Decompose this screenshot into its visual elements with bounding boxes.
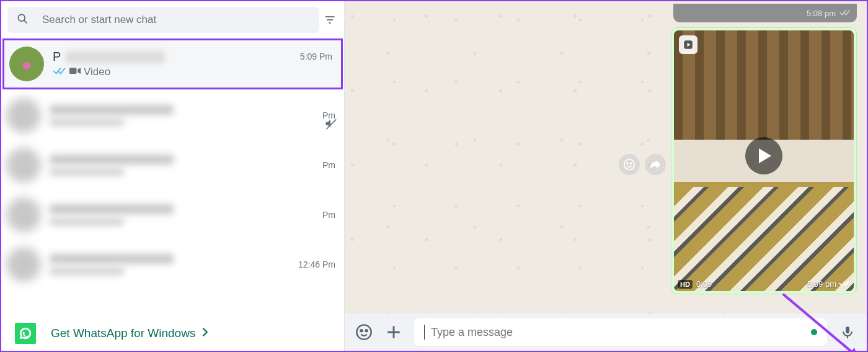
windows-banner-label: Get WhatsApp for Windows bbox=[51, 327, 195, 340]
compose-bar bbox=[345, 314, 867, 351]
chat-info bbox=[50, 105, 314, 126]
chat-info bbox=[50, 155, 314, 176]
double-check-icon bbox=[839, 279, 850, 289]
search-icon bbox=[16, 12, 29, 27]
chat-info bbox=[50, 254, 290, 275]
selected-chat-highlight: P 5:09 Pm Video bbox=[2, 38, 343, 89]
svg-point-12 bbox=[631, 163, 632, 164]
attach-plus-icon[interactable] bbox=[384, 323, 403, 341]
videocam-icon bbox=[69, 66, 81, 79]
svg-point-13 bbox=[356, 325, 371, 339]
chat-time: 12:46 Pm bbox=[298, 259, 335, 269]
chat-preview-label: Video bbox=[84, 66, 110, 78]
message-time: 5:08 pm bbox=[807, 9, 836, 18]
search-row bbox=[7, 7, 338, 33]
chat-row[interactable]: Pm bbox=[1, 190, 344, 240]
double-check-icon bbox=[839, 7, 851, 19]
conversation-panel: 5:08 pm HD 0:09 5:09 bbox=[345, 1, 867, 351]
chat-name-prefix: P bbox=[53, 50, 61, 63]
message-bubble-previous[interactable]: 5:08 pm bbox=[673, 4, 857, 22]
chat-time: Pm bbox=[322, 160, 335, 170]
chat-row[interactable]: 12:46 Pm bbox=[1, 240, 344, 289]
video-thumbnail[interactable]: HD 0:09 5:09 pm bbox=[674, 30, 854, 291]
chat-time: 5:09 Pm bbox=[300, 52, 332, 61]
video-thumb-fg bbox=[674, 187, 854, 291]
forward-icon[interactable] bbox=[645, 154, 666, 175]
emoji-icon[interactable] bbox=[355, 323, 373, 341]
video-meta: HD 0:09 5:09 pm bbox=[678, 279, 850, 289]
svg-point-14 bbox=[360, 330, 362, 332]
microphone-icon[interactable] bbox=[838, 323, 857, 341]
whatsapp-logo-icon bbox=[15, 323, 36, 344]
avatar bbox=[6, 247, 41, 282]
chat-info: P 5:09 Pm Video bbox=[53, 50, 332, 79]
svg-point-0 bbox=[18, 14, 25, 21]
svg-point-15 bbox=[366, 330, 368, 332]
chat-row[interactable]: Pm bbox=[1, 140, 344, 190]
avatar bbox=[9, 47, 44, 81]
chat-time: Pm bbox=[322, 210, 335, 220]
hd-badge: HD bbox=[678, 280, 693, 289]
message-actions bbox=[619, 154, 666, 175]
play-icon[interactable] bbox=[745, 137, 782, 174]
chat-name-redacted bbox=[66, 51, 165, 63]
svg-line-1 bbox=[24, 20, 27, 24]
windows-banner-link[interactable]: Get WhatsApp for Windows bbox=[51, 327, 209, 340]
chat-list-panel: P 5:09 Pm Video bbox=[1, 1, 345, 351]
chat-info bbox=[50, 204, 314, 225]
avatar bbox=[6, 148, 41, 183]
app-frame: P 5:09 Pm Video bbox=[0, 0, 868, 352]
search-box[interactable] bbox=[7, 7, 319, 33]
search-input[interactable] bbox=[42, 14, 311, 26]
video-duration: 0:09 bbox=[696, 279, 712, 289]
chat-row[interactable]: Pm bbox=[1, 91, 344, 140]
message-time: 5:09 pm bbox=[807, 279, 836, 289]
svg-marker-6 bbox=[78, 68, 81, 74]
filter-icon[interactable] bbox=[322, 12, 338, 28]
chevron-right-icon bbox=[202, 327, 209, 340]
emoji-react-icon[interactable] bbox=[619, 154, 640, 175]
message-bubble-video[interactable]: HD 0:09 5:09 pm bbox=[671, 27, 857, 294]
svg-rect-5 bbox=[69, 68, 77, 74]
windows-banner[interactable]: Get WhatsApp for Windows bbox=[1, 316, 344, 351]
svg-point-10 bbox=[624, 160, 635, 170]
muted-icon bbox=[324, 117, 337, 133]
avatar bbox=[6, 197, 41, 232]
text-caret bbox=[424, 325, 425, 340]
double-check-icon bbox=[53, 66, 66, 79]
reel-icon bbox=[679, 35, 698, 54]
avatar bbox=[6, 98, 41, 133]
message-input[interactable] bbox=[431, 326, 805, 339]
chat-row-selected[interactable]: P 5:09 Pm Video bbox=[4, 40, 341, 88]
encryption-dot-icon bbox=[811, 329, 817, 335]
svg-point-11 bbox=[627, 163, 628, 164]
message-field[interactable] bbox=[414, 318, 827, 346]
chat-name: P bbox=[53, 50, 165, 64]
video-thumb-bg bbox=[674, 30, 854, 140]
